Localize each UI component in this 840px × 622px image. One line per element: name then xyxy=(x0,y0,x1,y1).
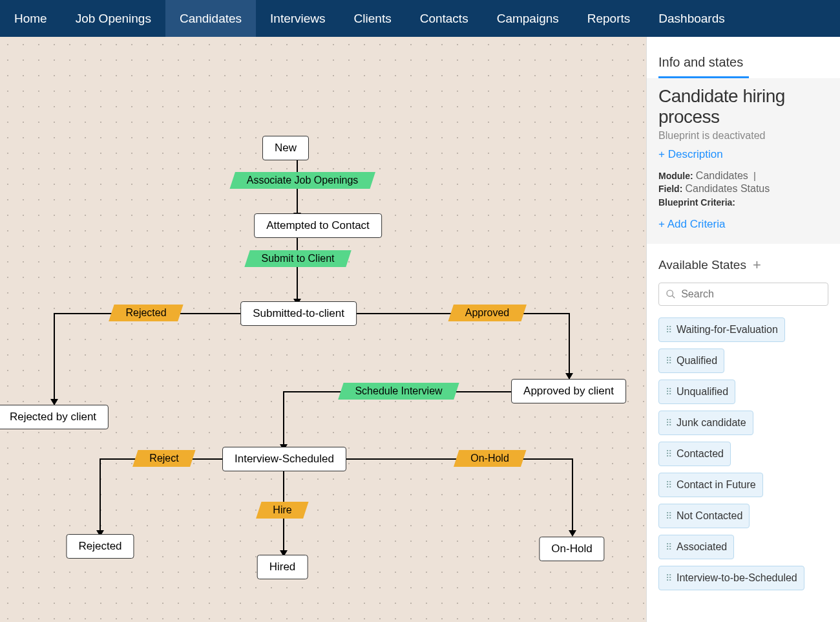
state-search-box[interactable] xyxy=(658,283,828,306)
state-chip[interactable]: ⠿Contacted xyxy=(658,442,731,466)
blueprint-canvas[interactable]: New Attempted to Contact Submitted-to-cl… xyxy=(0,37,646,622)
grip-icon: ⠿ xyxy=(666,356,671,366)
state-chip-label: Unqualified xyxy=(677,386,728,398)
transition-submit-to-client[interactable]: Submit to Client xyxy=(244,250,351,267)
transition-rejected[interactable]: Rejected xyxy=(109,305,184,321)
state-chip-label: Contacted xyxy=(677,448,724,460)
side-panel: Info and states Candidate hiring process… xyxy=(646,37,840,622)
transition-onhold[interactable]: On-Hold xyxy=(454,450,526,467)
state-chip[interactable]: ⠿Waiting-for-Evaluation xyxy=(658,317,785,342)
svg-line-1 xyxy=(672,295,675,298)
connector xyxy=(572,458,573,535)
blueprint-info-section: Candidate hiring process Blueprint is de… xyxy=(647,78,840,244)
transition-reject[interactable]: Reject xyxy=(132,450,196,467)
blueprint-title: Candidate hiring process xyxy=(658,86,828,127)
grip-icon: ⠿ xyxy=(666,418,671,428)
state-chip[interactable]: ⠿Qualified xyxy=(658,349,724,373)
module-row: Module: Candidates | xyxy=(658,170,828,182)
grip-icon: ⠿ xyxy=(666,573,671,583)
transition-approved[interactable]: Approved xyxy=(448,305,527,321)
state-chip-label: Waiting-for-Evaluation xyxy=(677,324,778,336)
side-tab-info[interactable]: Info and states xyxy=(647,37,840,76)
transition-hire[interactable]: Hire xyxy=(256,502,309,519)
blueprint-status: Blueprint is deactivated xyxy=(658,130,828,142)
state-chip-label: Junk candidate xyxy=(677,417,746,429)
state-node-rejected[interactable]: Rejected xyxy=(66,534,134,559)
state-chip-label: Associated xyxy=(677,541,727,553)
state-chip[interactable]: ⠿Junk candidate xyxy=(658,411,753,435)
grip-icon: ⠿ xyxy=(666,325,671,335)
grip-icon: ⠿ xyxy=(666,511,671,521)
field-row: Field: Candidates Status xyxy=(658,183,828,195)
state-chip[interactable]: ⠿Interview-to-be-Scheduled xyxy=(658,566,804,590)
state-chip-label: Qualified xyxy=(677,355,717,367)
state-chip[interactable]: ⠿Unqualified xyxy=(658,380,735,404)
state-node-approved-by-client[interactable]: Approved by client xyxy=(511,379,626,403)
nav-tab-clients[interactable]: Clients xyxy=(340,0,406,37)
connector xyxy=(54,313,55,403)
nav-tab-contacts[interactable]: Contacts xyxy=(406,0,483,37)
add-criteria-link[interactable]: + Add Criteria xyxy=(658,218,828,231)
add-state-icon[interactable]: + xyxy=(753,257,761,273)
nav-tab-candidates[interactable]: Candidates xyxy=(165,0,256,37)
state-node-interview-scheduled[interactable]: Interview-Scheduled xyxy=(222,447,346,471)
nav-tab-job-openings[interactable]: Job Openings xyxy=(61,0,165,37)
grip-icon: ⠿ xyxy=(666,480,671,490)
nav-tab-home[interactable]: Home xyxy=(0,0,61,37)
states-list: ⠿Waiting-for-Evaluation⠿Qualified⠿Unqual… xyxy=(658,317,828,590)
svg-point-0 xyxy=(667,290,673,296)
state-chip-label: Interview-to-be-Scheduled xyxy=(677,572,797,584)
state-chip[interactable]: ⠿Not Contacted xyxy=(658,504,750,528)
connector xyxy=(297,236,298,303)
state-node-submitted[interactable]: Submitted-to-client xyxy=(240,301,357,326)
grip-icon: ⠿ xyxy=(666,387,671,397)
nav-tab-interviews[interactable]: Interviews xyxy=(256,0,340,37)
top-nav: HomeJob OpeningsCandidatesInterviewsClie… xyxy=(0,0,840,37)
add-description-link[interactable]: + Description xyxy=(658,148,828,161)
arrowhead-icon xyxy=(569,530,576,537)
state-search-input[interactable] xyxy=(681,288,821,300)
connector xyxy=(569,313,570,378)
nav-tab-dashboards[interactable]: Dashboards xyxy=(644,0,739,37)
state-node-hired[interactable]: Hired xyxy=(257,555,308,579)
grip-icon: ⠿ xyxy=(666,449,671,459)
nav-tab-reports[interactable]: Reports xyxy=(573,0,645,37)
grip-icon: ⠿ xyxy=(666,542,671,552)
nav-tab-campaigns[interactable]: Campaigns xyxy=(483,0,573,37)
transition-associate[interactable]: Associate Job Openings xyxy=(230,172,375,189)
search-icon xyxy=(666,288,676,300)
state-node-onhold[interactable]: On-Hold xyxy=(539,537,604,561)
available-states-section: Available States + ⠿Waiting-for-Evaluati… xyxy=(647,244,840,603)
connector xyxy=(283,391,284,448)
transition-schedule-interview[interactable]: Schedule Interview xyxy=(338,383,459,400)
state-node-new[interactable]: New xyxy=(262,136,309,160)
state-chip-label: Not Contacted xyxy=(677,510,742,522)
available-states-title: Available States + xyxy=(658,257,828,273)
state-chip-label: Contact in Future xyxy=(677,479,756,491)
connector xyxy=(100,458,101,535)
state-chip[interactable]: ⠿Associated xyxy=(658,535,734,559)
state-node-attempted[interactable]: Attempted to Contact xyxy=(254,213,382,238)
criteria-label: Blueprint Criteria: xyxy=(658,197,828,208)
state-node-rejected-by-client[interactable]: Rejected by client xyxy=(0,405,109,429)
state-chip[interactable]: ⠿Contact in Future xyxy=(658,473,763,497)
